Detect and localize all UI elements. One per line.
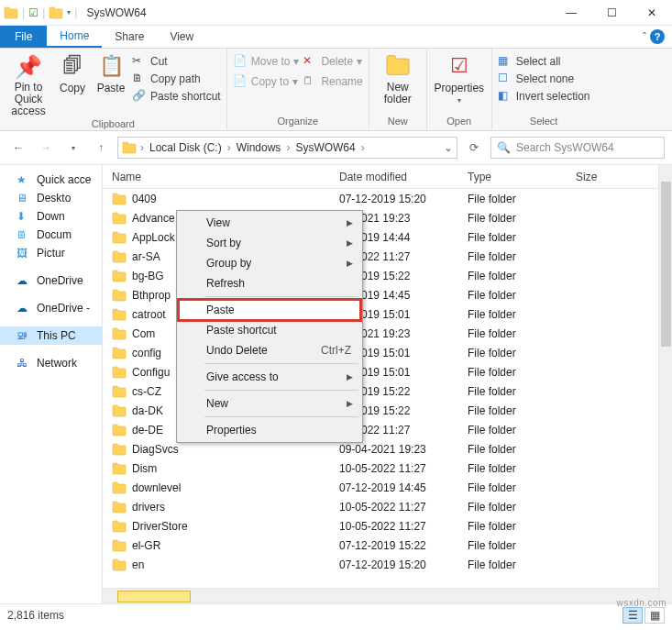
breadcrumb[interactable]: SysWOW64 <box>293 141 357 154</box>
group-new-label: New <box>375 116 421 128</box>
icons-view-button[interactable]: ▦ <box>644 607 665 624</box>
group-clipboard-label: Clipboard <box>6 118 221 131</box>
ctx-paste-shortcut[interactable]: Paste shortcut <box>179 320 360 340</box>
file-type: File folder <box>468 347 576 359</box>
search-placeholder: Search SysWOW64 <box>516 141 614 154</box>
file-row[interactable]: el-GR07-12-2019 15:22File folder <box>103 536 672 555</box>
ctx-refresh[interactable]: Refresh <box>179 273 360 293</box>
cut-button[interactable]: ✂Cut <box>132 54 221 69</box>
scrollbar-thumb[interactable] <box>661 182 671 347</box>
file-date: 07-12-2019 15:20 <box>339 558 468 571</box>
file-date: 07-12-2019 14:45 <box>339 481 468 494</box>
tab-view[interactable]: View <box>157 26 206 48</box>
file-name: Advance <box>132 212 175 225</box>
nav-network[interactable]: 🖧Network <box>0 354 102 372</box>
delete-icon: ✕ <box>303 54 317 69</box>
ctx-paste[interactable]: Paste <box>179 300 360 320</box>
minimize-button[interactable]: ― <box>551 0 591 26</box>
file-row[interactable]: Dism10-05-2022 11:27File folder <box>103 459 672 478</box>
folder-icon <box>112 481 127 494</box>
address-bar[interactable]: › Local Disk (C:) › Windows › SysWOW64 ›… <box>117 137 457 159</box>
file-type: File folder <box>468 212 576 225</box>
folder-icon <box>112 520 127 533</box>
file-date: 10-05-2022 11:27 <box>339 501 468 514</box>
horizontal-scrollbar[interactable] <box>103 588 658 603</box>
folder-icon <box>112 270 127 282</box>
refresh-button[interactable]: ⟳ <box>463 137 485 159</box>
copy-button[interactable]: 🗐 Copy <box>55 54 90 94</box>
paste-shortcut-button[interactable]: 🔗Paste shortcut <box>132 89 221 104</box>
chevron-right-icon: ▶ <box>347 218 353 227</box>
nav-documents[interactable]: 🗎Docum <box>0 226 102 244</box>
recent-locations-button[interactable]: ▾ <box>62 137 84 159</box>
vertical-scrollbar[interactable] <box>658 165 672 603</box>
breadcrumb[interactable]: Local Disk (C:) <box>148 141 224 154</box>
file-name: Configu <box>132 366 170 379</box>
qat-dropdown-icon[interactable]: ▾ <box>67 8 71 17</box>
search-input[interactable]: 🔍 Search SysWOW64 <box>490 137 665 159</box>
properties-button[interactable]: ☑ Properties ▾ <box>433 54 486 105</box>
ctx-view[interactable]: View▶ <box>179 213 360 233</box>
nav-onedrive[interactable]: ☁OneDrive <box>0 271 102 290</box>
new-folder-button[interactable]: New folder <box>375 54 421 105</box>
nav-desktop[interactable]: 🖥Deskto <box>0 189 102 207</box>
select-none-button[interactable]: ☐Select none <box>498 72 590 86</box>
ctx-new[interactable]: New▶ <box>179 393 360 414</box>
column-name[interactable]: Name <box>103 171 339 183</box>
desktop-icon: 🖥 <box>17 192 31 204</box>
ribbon: 📌 Pin to Quick access 🗐 Copy 📋 Paste ✂Cu… <box>0 49 672 131</box>
file-row[interactable]: downlevel07-12-2019 14:45File folder <box>103 478 672 497</box>
new-folder-label: New folder <box>375 82 421 105</box>
tab-home[interactable]: Home <box>47 26 102 48</box>
paste-label: Paste <box>97 82 126 94</box>
ribbon-collapse-icon[interactable]: ˆ <box>643 31 646 44</box>
close-button[interactable]: ✕ <box>632 0 672 26</box>
tab-file[interactable]: File <box>0 26 47 48</box>
folder-icon <box>112 347 127 359</box>
scrollbar-thumb[interactable] <box>117 591 191 602</box>
delete-button[interactable]: ✕Delete ▾ <box>303 54 362 69</box>
column-type[interactable]: Type <box>468 171 576 183</box>
file-name: cs-CZ <box>132 385 161 398</box>
pin-quick-access-button[interactable]: 📌 Pin to Quick access <box>6 54 51 118</box>
column-date[interactable]: Date modified <box>339 171 468 183</box>
move-to-button[interactable]: 📄Move to ▾ <box>233 54 300 69</box>
move-to-icon: 📄 <box>233 54 248 69</box>
ctx-give-access-to[interactable]: Give access to▶ <box>179 367 360 387</box>
help-icon[interactable]: ? <box>650 29 665 44</box>
ctx-undo-delete[interactable]: Undo DeleteCtrl+Z <box>179 340 360 360</box>
nav-quick-access[interactable]: ★Quick acce <box>0 171 102 189</box>
up-button[interactable]: ↑ <box>90 137 112 159</box>
ctx-sort-by[interactable]: Sort by▶ <box>179 233 360 253</box>
nav-pictures[interactable]: 🖼Pictur <box>0 244 102 262</box>
invert-selection-button[interactable]: ◧Invert selection <box>498 89 590 104</box>
breadcrumb[interactable]: Windows <box>235 141 283 154</box>
file-row[interactable]: drivers10-05-2022 11:27File folder <box>103 497 672 516</box>
paste-button[interactable]: 📋 Paste <box>94 54 128 94</box>
file-type: File folder <box>468 193 576 205</box>
address-dropdown-icon[interactable]: ⌄ <box>444 141 453 154</box>
network-icon: 🖧 <box>17 357 31 370</box>
documents-icon: 🗎 <box>17 228 31 241</box>
details-view-button[interactable]: ☰ <box>622 607 643 624</box>
file-row[interactable]: 040907-12-2019 15:20File folder <box>103 189 672 208</box>
rename-button[interactable]: 🗒Rename <box>303 74 362 89</box>
star-icon: ★ <box>17 173 31 186</box>
maximize-button[interactable]: ☐ <box>591 0 632 26</box>
qat-check-icon[interactable]: ☑ <box>28 6 39 19</box>
copy-path-button[interactable]: 🗎Copy path <box>132 72 221 86</box>
nav-onedrive-personal[interactable]: ☁OneDrive - <box>0 299 102 317</box>
copy-to-button[interactable]: 📄Copy to ▾ <box>233 74 300 89</box>
file-row[interactable]: en07-12-2019 15:20File folder <box>103 555 672 574</box>
forward-button[interactable]: → <box>35 137 57 159</box>
ctx-group-by[interactable]: Group by▶ <box>179 253 360 273</box>
nav-this-pc[interactable]: 🖳This PC <box>0 326 102 345</box>
back-button[interactable]: ← <box>7 137 29 159</box>
file-row[interactable]: DriverStore10-05-2022 11:27File folder <box>103 516 672 536</box>
folder-icon <box>112 231 127 244</box>
tab-share[interactable]: Share <box>102 26 157 48</box>
ctx-properties[interactable]: Properties <box>179 420 360 440</box>
select-all-button[interactable]: ▦Select all <box>498 54 590 69</box>
file-date: 07-12-2019 15:22 <box>339 539 468 552</box>
nav-downloads[interactable]: ⬇Down <box>0 207 102 226</box>
